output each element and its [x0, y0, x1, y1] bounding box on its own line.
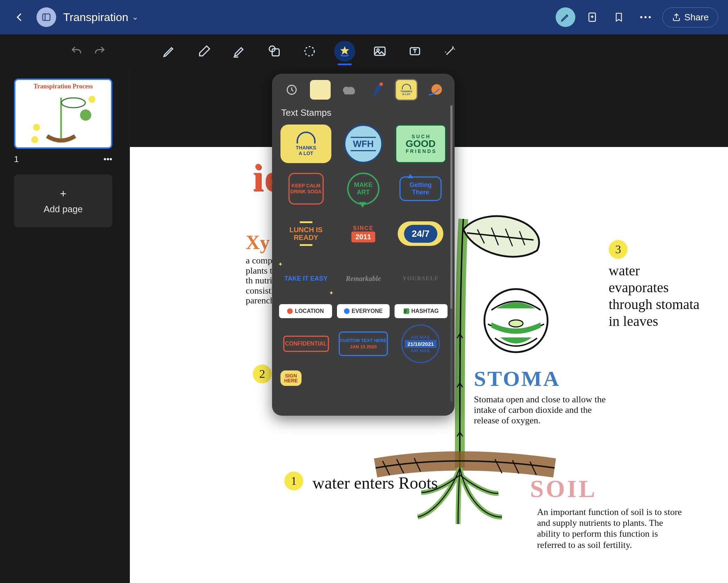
step-2-block: 2 — [253, 364, 272, 387]
sticker-grid-2: CONFIDENTIAL CUSTOM TEXT HERE JAN 15 202… — [279, 324, 448, 387]
svg-point-19 — [31, 136, 38, 143]
page-sidebar: Transpiration Process 1 ••• + Add page — [0, 68, 130, 583]
svg-marker-11 — [340, 46, 349, 55]
sticker-category-tabs: THANKS A LOT — [279, 80, 448, 100]
sticker-take-it-easy[interactable]: TAKE IT EASY — [280, 259, 331, 298]
svg-point-20 — [88, 96, 95, 103]
sticker-remarkable[interactable]: Remarkable — [338, 259, 389, 298]
share-label: Share — [684, 12, 709, 23]
svg-point-6 — [644, 16, 647, 18]
sticker-confidential[interactable]: CONFIDENTIAL — [280, 324, 331, 363]
canvas-area[interactable]: ion Process Xy a comp plants t and th nu… — [130, 68, 728, 583]
tab-sticky-notes[interactable] — [310, 80, 331, 100]
tab-feather[interactable] — [367, 80, 388, 100]
sticker-location[interactable]: LOCATION — [279, 304, 332, 318]
eraser-tool[interactable] — [194, 41, 215, 62]
more-options-button[interactable] — [636, 7, 655, 27]
redo-button[interactable] — [93, 45, 106, 58]
stoma-label: STOMA — [474, 366, 560, 391]
sidebar-toggle-button[interactable] — [37, 7, 56, 27]
shape-tool[interactable] — [264, 41, 285, 62]
stoma-text: Stomata open and close to allow the inta… — [474, 394, 614, 426]
sticker-tool-icon — [334, 41, 355, 62]
sticker-grid: THANKS A LOT WFH S U C H GOOD F R I E N … — [279, 125, 448, 298]
sticker-yourself[interactable]: YOURSELF — [395, 259, 446, 298]
sticker-since-2011[interactable]: SINCE 2011 — [338, 214, 389, 253]
page-more-button[interactable]: ••• — [104, 154, 112, 164]
sticker-wfh[interactable]: WFH — [338, 125, 389, 163]
back-button[interactable] — [10, 7, 29, 27]
tab-text-stamps[interactable]: THANKS A LOT — [396, 80, 417, 100]
sticker-pill-row: LOCATION EVERYONE #HASHTAG — [279, 304, 448, 318]
step-2-badge: 2 — [253, 364, 272, 383]
image-tool[interactable] — [369, 41, 390, 62]
soil-text: An important function of soil is to stor… — [537, 507, 684, 550]
new-page-button[interactable] — [582, 7, 602, 27]
lasso-tool[interactable] — [299, 41, 320, 62]
sticker-popover: THANKS A LOT Text Stamps THANKS A LOT WF… — [272, 74, 455, 416]
svg-point-24 — [379, 82, 383, 86]
step-1-block: 1 water enters Roots — [312, 473, 438, 492]
plus-icon: + — [60, 187, 67, 200]
svg-point-10 — [305, 47, 315, 56]
sticker-good-friends[interactable]: S U C H GOOD F R I E N D S — [395, 125, 446, 163]
sticker-custom-text[interactable]: CUSTOM TEXT HERE JAN 15 2020 — [338, 324, 389, 363]
step-3-badge: 3 — [609, 240, 628, 259]
svg-point-18 — [33, 124, 40, 131]
document-title-dropdown[interactable]: Transpiration ⌄ — [63, 11, 138, 24]
top-navbar: Transpiration ⌄ Share — [0, 0, 728, 34]
drawing-toolbar — [0, 34, 728, 68]
sticker-sign-here[interactable]: SIGN HERE — [280, 369, 331, 387]
sticker-lunch-ready[interactable]: LUNCH IS READY — [280, 214, 331, 253]
tab-planets[interactable] — [424, 80, 445, 100]
tab-clouds[interactable] — [338, 80, 359, 100]
svg-point-16 — [61, 98, 85, 108]
svg-point-22 — [509, 320, 523, 327]
step-3-text: water evaporates through stomata in leav… — [609, 263, 700, 329]
pen-mode-button[interactable] — [556, 7, 575, 27]
bookmark-button[interactable] — [609, 7, 629, 27]
step-1-badge: 1 — [284, 471, 303, 490]
sticker-tool[interactable] — [334, 41, 355, 62]
svg-rect-8 — [272, 49, 279, 56]
sticker-thanks-a-lot[interactable]: THANKS A LOT — [280, 125, 331, 163]
undo-button[interactable] — [70, 45, 83, 58]
pen-tool[interactable] — [159, 41, 180, 62]
add-page-button[interactable]: + Add page — [14, 175, 112, 227]
sticker-getting-there[interactable]: Getting There — [395, 169, 446, 208]
svg-point-25 — [431, 84, 442, 95]
step-1-text: water enters Roots — [312, 474, 438, 492]
sticker-24-7[interactable]: 24/7 — [395, 214, 446, 253]
page-number: 1 — [14, 154, 19, 164]
sticker-keep-calm[interactable]: KEEP CALM DRINK SODA — [280, 169, 331, 208]
soil-label: SOIL — [530, 475, 597, 503]
sticker-everyone[interactable]: EVERYONE — [337, 304, 390, 318]
svg-rect-0 — [43, 14, 50, 21]
popover-scrollbar[interactable] — [450, 105, 452, 402]
svg-point-17 — [80, 109, 91, 121]
sticker-hashtag[interactable]: #HASHTAG — [395, 304, 448, 318]
sticker-make-art[interactable]: MAKE ART — [338, 169, 389, 208]
magic-tool[interactable] — [439, 41, 461, 62]
share-button[interactable]: Share — [662, 7, 718, 27]
popover-section-title: Text Stamps — [281, 107, 448, 118]
main-area: Transpiration Process 1 ••• + Add page — [0, 68, 728, 583]
svg-point-5 — [640, 16, 642, 18]
add-page-label: Add page — [44, 204, 82, 215]
chevron-down-icon: ⌄ — [132, 13, 138, 22]
text-tool[interactable] — [404, 41, 425, 62]
document-title-text: Transpiration — [63, 11, 128, 24]
xylem-label: Xy — [246, 231, 270, 254]
sticker-air-mail[interactable]: AIR MAIL 21/10/2021 AIR MAIL — [395, 324, 446, 363]
page-thumbnail[interactable]: Transpiration Process — [14, 79, 112, 149]
highlighter-tool[interactable] — [229, 41, 250, 62]
svg-point-7 — [649, 16, 651, 18]
tab-recent[interactable] — [281, 80, 302, 100]
step-3-block: 3 water evaporates through stomata in le… — [609, 240, 700, 330]
